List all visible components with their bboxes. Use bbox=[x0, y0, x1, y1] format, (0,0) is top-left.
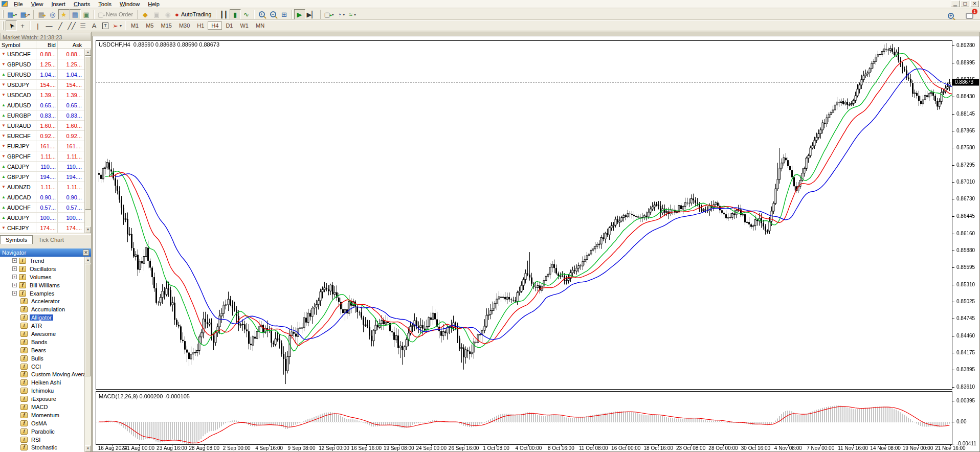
market-watch-button[interactable]: ▤➔ bbox=[36, 9, 47, 19]
candlestick-button[interactable]: ▮ bbox=[230, 9, 241, 19]
autotrading-button[interactable]: ●AutoTrading bbox=[173, 9, 214, 19]
tab-symbols[interactable]: Symbols bbox=[0, 235, 33, 244]
periods-button[interactable]: ◔▾ bbox=[336, 9, 347, 19]
scroll-up-icon[interactable]: ▲ bbox=[85, 49, 91, 56]
channel-button[interactable]: ╱╱ bbox=[66, 20, 77, 31]
timeframe-d1[interactable]: D1 bbox=[222, 21, 236, 30]
timeframe-m5[interactable]: M5 bbox=[142, 21, 157, 30]
navigator-item-iexposure[interactable]: fiExposure bbox=[0, 395, 91, 403]
navigator-item-atr[interactable]: fATR bbox=[0, 322, 91, 330]
cursor-button[interactable]: ➤ bbox=[6, 20, 17, 31]
navigator-item-stochastic[interactable]: fStochastic bbox=[0, 443, 91, 451]
auto-scroll-button[interactable]: ▶ bbox=[294, 9, 305, 19]
navigator-item-custom-moving-avera[interactable]: fCustom Moving Avera bbox=[0, 370, 91, 378]
text-button[interactable]: A bbox=[88, 20, 100, 31]
scroll-down-icon[interactable]: ▼ bbox=[85, 227, 91, 233]
market-watch-row[interactable]: ▼EURCHF0.92...0.92... bbox=[0, 131, 91, 141]
navigator-item-rsi[interactable]: fRSI bbox=[0, 436, 91, 444]
chevron-down-icon[interactable]: ▾ bbox=[15, 12, 17, 17]
close-button[interactable]: ✕ bbox=[970, 1, 979, 7]
market-watch-row[interactable]: ▼GBPUSD1.25...1.25... bbox=[0, 59, 91, 70]
market-watch-row[interactable]: ▲CADJPY110....110.... bbox=[0, 162, 91, 172]
market-watch-scrollbar[interactable]: ▲▼ bbox=[84, 49, 91, 233]
expand-icon[interactable]: + bbox=[12, 258, 17, 263]
crosshair-button[interactable]: + bbox=[17, 20, 28, 31]
close-icon[interactable]: ✕ bbox=[83, 250, 89, 256]
expert-advisors-button[interactable]: ◆ bbox=[140, 9, 151, 19]
trendline-button[interactable]: ╱ bbox=[55, 20, 66, 31]
tab-tick-chart[interactable]: Tick Chart bbox=[33, 235, 70, 244]
navigator-item-bulls[interactable]: fBulls bbox=[0, 354, 91, 363]
navigator-group-trend[interactable]: +fTrend bbox=[0, 257, 91, 265]
market-watch-row[interactable]: ▼USDCHF0.88...0.88... bbox=[0, 49, 91, 59]
menu-window[interactable]: Window bbox=[116, 1, 144, 8]
market-watch-row[interactable]: ▼EURJPY161....161.... bbox=[0, 141, 91, 151]
data-window-button[interactable]: ◎ bbox=[47, 9, 58, 19]
market-watch-row[interactable]: ▲AUDJPY100....100.... bbox=[0, 213, 91, 223]
chart-shift-button[interactable]: ▶▏ bbox=[305, 9, 319, 19]
zoom-out-button[interactable]: − bbox=[268, 9, 279, 19]
horizontal-line-button[interactable]: — bbox=[43, 20, 55, 31]
vertical-line-button[interactable]: | bbox=[32, 20, 43, 31]
navigator-item-awesome[interactable]: fAwesome bbox=[0, 330, 91, 338]
market-watch-row[interactable]: ▲EURGBP0.83...0.83... bbox=[0, 110, 91, 121]
navigator-item-ichimoku[interactable]: fIchimoku bbox=[0, 387, 91, 395]
navigator-button[interactable]: ★ bbox=[58, 9, 70, 19]
fibonacci-button[interactable]: ☰ bbox=[77, 20, 88, 31]
menu-insert[interactable]: Insert bbox=[47, 1, 70, 8]
market-watch-row[interactable]: ▼EURAUD1.60...1.60... bbox=[0, 121, 91, 131]
market-watch-row[interactable]: ▲AUDCHF0.57...0.57... bbox=[0, 202, 91, 213]
timeframe-m1[interactable]: M1 bbox=[127, 21, 142, 30]
navigator-item-osma[interactable]: fOsMA bbox=[0, 419, 91, 427]
label-button[interactable]: T bbox=[100, 20, 111, 31]
menu-view[interactable]: View bbox=[27, 1, 48, 8]
templates-button[interactable]: ▢+▾ bbox=[323, 9, 336, 19]
timeframe-w1[interactable]: W1 bbox=[236, 21, 252, 30]
expand-icon[interactable]: + bbox=[12, 266, 17, 271]
price-chart-canvas[interactable] bbox=[93, 36, 980, 452]
chevron-down-icon[interactable]: ▾ bbox=[28, 12, 30, 17]
chevron-down-icon[interactable]: ▾ bbox=[354, 12, 356, 17]
market-watch-row[interactable]: ▲AUDUSD0.65...0.65... bbox=[0, 100, 91, 110]
market-watch-row[interactable]: ▼USDJPY154....154.... bbox=[0, 80, 91, 90]
timeframe-m30[interactable]: M30 bbox=[175, 21, 193, 30]
zoom-in-button[interactable]: + bbox=[256, 9, 268, 19]
bar-chart-button[interactable]: ┃┃ bbox=[218, 9, 230, 19]
navigator-scrollbar[interactable]: ▲▼ bbox=[84, 257, 91, 452]
navigator-group-bill-williams[interactable]: +fBill Williams bbox=[0, 281, 91, 289]
arrows-button[interactable]: ➢▾ bbox=[111, 20, 123, 31]
scroll-thumb[interactable] bbox=[85, 264, 91, 376]
market-watch-row[interactable]: ▲EURUSD1.04...1.04... bbox=[0, 70, 91, 80]
scroll-up-icon[interactable]: ▲ bbox=[85, 257, 91, 263]
chevron-down-icon[interactable]: ▾ bbox=[343, 12, 345, 17]
menu-tools[interactable]: Tools bbox=[94, 1, 116, 8]
navigator-title[interactable]: Navigator ✕ bbox=[0, 248, 91, 257]
navigator-item-bears[interactable]: fBears bbox=[0, 346, 91, 354]
expand-icon[interactable]: + bbox=[12, 291, 17, 296]
search-button[interactable]: + bbox=[945, 11, 956, 21]
menu-charts[interactable]: Charts bbox=[70, 1, 94, 8]
navigator-item-alligator[interactable]: fAlligator bbox=[0, 313, 91, 322]
chevron-down-icon[interactable]: ▾ bbox=[120, 24, 122, 28]
market-watch-row[interactable]: ▲GBPJPY194....194.... bbox=[0, 172, 91, 182]
restore-button[interactable]: ▢ bbox=[961, 1, 969, 7]
market-watch-row[interactable]: ▼GBPCHF1.11...1.11... bbox=[0, 151, 91, 162]
line-chart-button[interactable]: ∿ bbox=[241, 9, 252, 19]
navigator-item-macd[interactable]: fMACD bbox=[0, 403, 91, 411]
navigator-item-bands[interactable]: fBands bbox=[0, 338, 91, 346]
navigator-item-accumulation[interactable]: fAccumulation bbox=[0, 305, 91, 313]
timeframe-h4[interactable]: H4 bbox=[208, 21, 222, 30]
notifications-button[interactable]: 1 bbox=[964, 11, 975, 21]
expand-icon[interactable]: + bbox=[12, 275, 17, 279]
strategy-tester-button[interactable]: ▣ bbox=[81, 9, 92, 19]
expand-icon[interactable]: + bbox=[12, 283, 17, 287]
chevron-down-icon[interactable]: ▾ bbox=[332, 12, 334, 17]
new-chart-button[interactable]: ▦+▾ bbox=[6, 9, 18, 19]
navigator-item-parabolic[interactable]: fParabolic bbox=[0, 427, 91, 436]
menu-help[interactable]: Help bbox=[144, 1, 164, 8]
market-watch-row[interactable]: ▼AUDNZD1.11...1.11... bbox=[0, 182, 91, 192]
timeframe-h1[interactable]: H1 bbox=[193, 21, 208, 30]
navigator-group-examples[interactable]: +fExamples bbox=[0, 289, 91, 298]
navigator-item-accelerator[interactable]: fAccelerator bbox=[0, 297, 91, 305]
tile-windows-button[interactable]: ⊞ bbox=[279, 9, 290, 19]
